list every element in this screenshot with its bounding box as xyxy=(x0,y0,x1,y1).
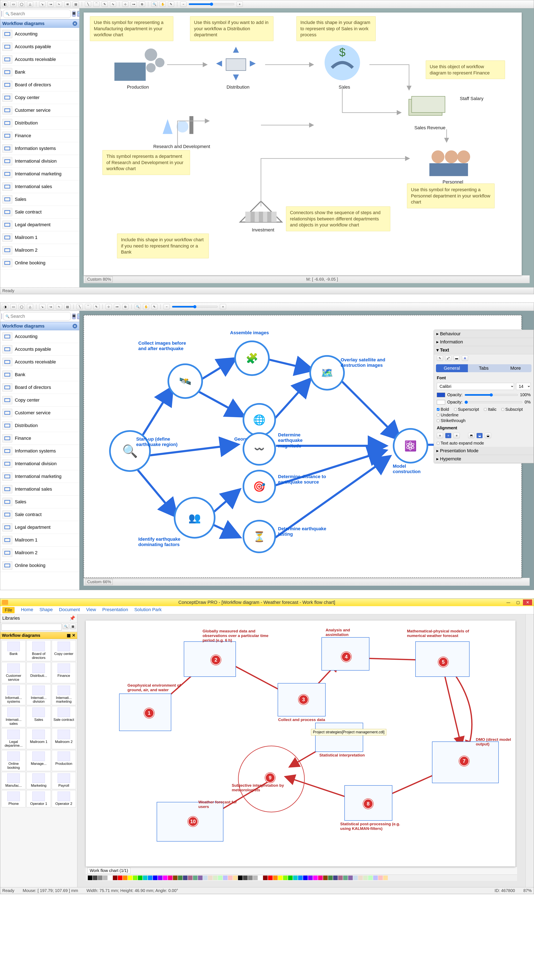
library-item[interactable]: Board of directors xyxy=(0,79,79,91)
library-grid-item[interactable]: Distributi... xyxy=(27,662,51,683)
tool-pointer[interactable]: ◧ xyxy=(2,2,8,7)
mag-node[interactable]: 〰️ xyxy=(242,432,276,466)
align-left-icon[interactable]: ≡ xyxy=(437,433,443,438)
color-swatch[interactable] xyxy=(308,875,313,880)
library-item[interactable]: International sales xyxy=(0,180,79,193)
library-item[interactable]: Accounting xyxy=(0,28,79,40)
color-swatch[interactable] xyxy=(128,875,132,880)
color-swatch[interactable] xyxy=(148,875,153,880)
tool-chain[interactable]: ⧉ xyxy=(139,2,145,7)
bold-checkbox[interactable]: Bold xyxy=(437,407,449,412)
library-grid-item[interactable]: Online booking xyxy=(2,750,26,771)
library-grid-item[interactable]: Manage... xyxy=(27,750,51,771)
library-search[interactable]: 🔍 xyxy=(3,10,71,18)
library-item[interactable]: Accounts receivable xyxy=(0,356,79,368)
color-swatch[interactable] xyxy=(133,875,137,880)
overlay-node[interactable]: 🗺️ xyxy=(309,355,345,391)
zoom-in-icon[interactable]: + xyxy=(236,2,243,7)
tool-connector[interactable]: ↘ xyxy=(39,304,45,309)
library-item[interactable]: International marketing xyxy=(0,470,79,483)
font-color-icon[interactable]: A xyxy=(462,355,468,361)
tool-triangle[interactable]: △ xyxy=(27,2,33,7)
color-swatch[interactable] xyxy=(113,875,118,880)
color-swatch[interactable] xyxy=(298,875,303,880)
maximize-button[interactable]: ▢ xyxy=(513,600,523,605)
strike-checkbox[interactable]: Strikethrough xyxy=(437,418,531,423)
library-grid-item[interactable]: Bank xyxy=(2,640,26,661)
menu-presentation[interactable]: Presentation xyxy=(102,607,128,613)
tool-chain[interactable]: ⧉ xyxy=(122,304,129,309)
superscript-checkbox[interactable]: Superscript xyxy=(454,407,479,412)
zoom-select[interactable]: Custom 66% xyxy=(86,579,113,585)
fill-icon[interactable]: ▬ xyxy=(453,355,460,361)
menu-solution-park[interactable]: Solution Park xyxy=(134,607,162,613)
library-grid-item[interactable]: Operator 1 xyxy=(27,790,51,807)
library-close-icon[interactable]: ✕ xyxy=(73,21,77,26)
library-item[interactable]: Information systems xyxy=(0,142,79,155)
library-item[interactable]: International division xyxy=(0,457,79,470)
color-swatch[interactable] xyxy=(368,875,373,880)
tool-arc[interactable]: ⌒ xyxy=(85,304,91,309)
menu-document[interactable]: Document xyxy=(59,607,80,613)
canvas-area[interactable]: 1 Geophysical environment of ground, air… xyxy=(77,614,526,887)
library-grid-item[interactable]: Sales xyxy=(27,706,51,727)
subscript-checkbox[interactable]: Subscript xyxy=(502,407,523,412)
panel-section-hypernote[interactable]: ▸ Hypernote xyxy=(434,455,534,463)
align-center-icon[interactable]: ≡ xyxy=(445,433,451,438)
panel-section-presentation[interactable]: ▸ Presentation Mode xyxy=(434,447,534,455)
color-swatch[interactable] xyxy=(138,875,142,880)
production-shape[interactable] xyxy=(111,42,165,83)
tool-page[interactable]: ▤ xyxy=(73,2,79,7)
valign-middle-icon[interactable]: ⬓ xyxy=(477,433,483,438)
color-swatch[interactable] xyxy=(243,875,248,880)
color-swatch[interactable] xyxy=(258,875,263,880)
library-item[interactable]: International division xyxy=(0,155,79,168)
canvas-area[interactable]: Use this symbol for representing a Manuf… xyxy=(80,8,534,287)
zoom-out-icon[interactable]: − xyxy=(164,304,170,309)
color-swatch[interactable] xyxy=(88,875,92,880)
panel-section-information[interactable]: ▸ Information xyxy=(434,338,534,346)
library-item[interactable]: Mailroom 2 xyxy=(0,547,79,559)
diagram-canvas-1[interactable]: Use this symbol for representing a Manuf… xyxy=(84,13,522,275)
library-item[interactable]: Mailroom 1 xyxy=(0,231,79,244)
zoom-select[interactable]: Custom 80% xyxy=(86,276,113,282)
color-swatch[interactable] xyxy=(98,875,102,880)
library-grid-item[interactable]: Informati... systems xyxy=(2,684,26,705)
library-grid-item[interactable]: Mailroom 1 xyxy=(27,728,51,749)
color-swatch[interactable] xyxy=(248,875,253,880)
panel-section-behaviour[interactable]: ▸ Behaviour xyxy=(434,330,534,338)
tool-tree1[interactable]: ⊹ xyxy=(105,304,112,309)
color-swatch[interactable] xyxy=(158,875,163,880)
color-swatch[interactable] xyxy=(183,875,188,880)
library-grid-item[interactable]: Internati... sales xyxy=(2,706,26,727)
bg-opacity-slider[interactable] xyxy=(465,401,523,404)
color-swatch[interactable] xyxy=(363,875,368,880)
tool-tree2[interactable]: ⊶ xyxy=(114,304,120,309)
color-swatch[interactable] xyxy=(143,875,147,880)
tool-connector-elbow[interactable]: ⤷ xyxy=(56,304,62,309)
color-swatch[interactable] xyxy=(338,875,343,880)
color-swatch[interactable] xyxy=(208,875,212,880)
library-item[interactable]: Finance xyxy=(0,432,79,445)
library-search-input[interactable] xyxy=(2,624,62,630)
library-item[interactable]: Legal department xyxy=(0,218,79,231)
font-select[interactable]: Calibri xyxy=(437,383,514,390)
color-swatch[interactable] xyxy=(93,875,97,880)
dist-node[interactable]: 🎯 xyxy=(242,470,276,503)
text-opacity-slider[interactable] xyxy=(465,393,518,396)
library-grid-item[interactable]: Internati... division xyxy=(27,684,51,705)
menu-file[interactable]: File xyxy=(2,607,14,613)
library-item[interactable]: Legal department xyxy=(0,521,79,534)
underline-checkbox[interactable]: Underline xyxy=(437,413,459,417)
menu-shape[interactable]: Shape xyxy=(40,607,53,613)
zoom-out-icon[interactable]: − xyxy=(180,2,187,7)
library-grid-item[interactable]: Operator 2 xyxy=(52,790,76,807)
align-right-icon[interactable]: ≡ xyxy=(453,433,460,438)
collect-node[interactable]: 🛰️ xyxy=(167,363,203,399)
libraries-pin-icon[interactable]: 📌 xyxy=(69,616,75,621)
panel-section-text[interactable]: ▾ Text xyxy=(434,346,534,354)
sales-shape[interactable]: $ xyxy=(315,42,370,83)
library-item[interactable]: Sales xyxy=(0,496,79,508)
library-grid-item[interactable]: Sale contract xyxy=(52,706,76,727)
library-close-icon[interactable]: ✕ xyxy=(73,324,77,328)
